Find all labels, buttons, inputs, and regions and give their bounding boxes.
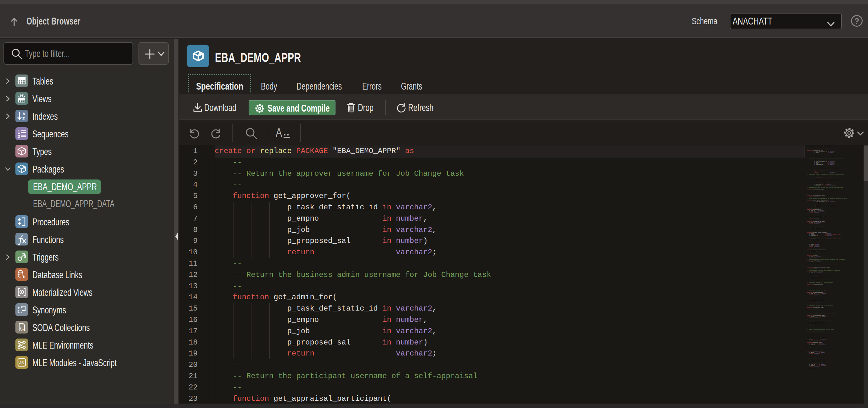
svg-text:A: A xyxy=(22,111,26,116)
svg-text:Z: Z xyxy=(22,116,25,121)
svg-text:2: 2 xyxy=(18,134,20,139)
svg-text:{..}: {..} xyxy=(20,326,25,331)
svg-text:JS: JS xyxy=(19,361,24,365)
